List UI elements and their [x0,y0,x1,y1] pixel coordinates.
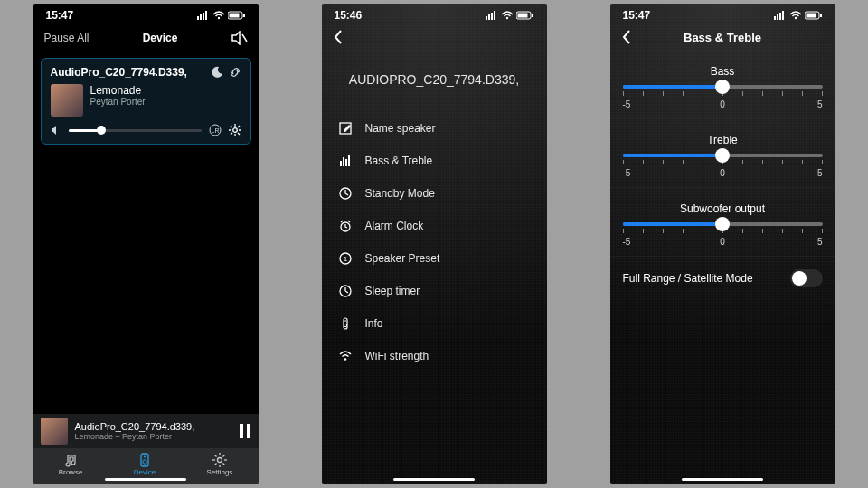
tick-max: 5 [817,168,823,178]
svg-text:1: 1 [343,255,347,263]
menu-item-label: Sleep timer [365,285,420,297]
mini-player-line2: Lemonade – Peytan Porter [75,432,231,441]
menu-item-label: Info [365,317,383,330]
svg-line-18 [238,126,240,127]
track-artist: Peytan Porter [90,97,146,107]
tick-min: -5 [623,237,631,247]
sub-label: Subwoofer output [623,202,823,215]
svg-point-11 [232,128,237,133]
gear-icon[interactable] [229,124,241,136]
pause-all-button[interactable]: Pause All [44,32,90,44]
pause-icon[interactable] [239,424,251,438]
stereo-icon[interactable]: LR [209,124,222,136]
home-indicator [682,478,763,481]
tick-max: 5 [817,99,823,109]
full-range-toggle-row: Full Range / Satellite Mode [610,257,835,300]
signal-icon [197,11,210,20]
svg-point-38 [505,17,507,19]
svg-rect-41 [532,14,533,17]
sleep-icon [338,285,353,297]
status-icons [197,11,246,20]
svg-rect-58 [774,16,776,20]
svg-line-31 [222,464,224,465]
svg-line-32 [222,455,224,457]
volume-icon [51,125,61,136]
mini-player[interactable]: AudioPro_C20_7794.d339, Lemonade – Peyta… [33,414,259,448]
svg-rect-37 [494,11,495,20]
svg-rect-45 [345,159,347,166]
svg-line-16 [231,126,232,127]
tick-mid: 0 [720,168,725,178]
tick-mid: 0 [720,237,725,247]
device-card-title: AudioPro_C20_7794.D339, [51,66,205,79]
phone-screen-device-list: 15:47 Pause All Device AudioPro_C20_7794… [33,4,259,484]
svg-rect-20 [240,424,243,438]
full-range-toggle[interactable] [790,269,823,287]
moon-icon[interactable] [211,66,223,79]
tick-mid: 0 [720,99,725,109]
menu-item-speaker-preset[interactable]: 1Speaker Preset [322,242,547,275]
status-bar: 15:47 [610,4,835,23]
menu-item-info[interactable]: Info [322,307,547,340]
signal-icon [774,11,787,20]
svg-point-24 [144,456,146,458]
svg-line-17 [238,133,240,135]
status-icons [486,11,534,20]
menu-item-label: WiFi strength [365,350,429,362]
menu-item-bass-treble[interactable]: Bass & Treble [322,145,547,177]
signal-icon [486,11,498,20]
status-time: 15:47 [46,9,74,22]
menu-item-label: Speaker Preset [365,252,440,265]
menu-item-alarm-clock[interactable]: Alarm Clock [322,210,547,242]
home-indicator [105,478,186,481]
mini-player-line1: AudioPro_C20_7794.d339, [75,421,231,432]
clock-icon [338,187,353,200]
menu-item-sleep-timer[interactable]: Sleep timer [322,275,547,307]
svg-rect-44 [343,157,344,166]
menu-item-wifi-strength[interactable]: WiFi strength [322,340,547,372]
svg-rect-0 [197,16,199,20]
wifi-status-icon [212,11,225,20]
treble-slider[interactable] [623,154,823,157]
svg-point-23 [143,460,146,464]
page-title: Device [143,32,178,44]
svg-rect-6 [229,14,239,18]
tab-browse[interactable]: Browse [59,453,83,476]
wifi-status-icon [789,11,802,20]
phone-screen-bass-treble: 15:47 Bass & Treble Bass-505Treble-505Su… [610,4,835,484]
device-card[interactable]: AudioPro_C20_7794.D339, Lemonade Peytan … [41,58,251,145]
volume-slider[interactable] [69,129,202,132]
status-time: 15:47 [623,9,651,22]
status-bar: 15:46 [322,4,547,23]
speaker-icon [137,453,152,467]
treble-slider-group: Treble-505 [610,119,835,188]
svg-rect-65 [820,14,822,17]
svg-text:LR: LR [211,127,219,134]
tick-max: 5 [817,237,823,247]
svg-line-33 [214,464,216,465]
mini-album-art [41,418,68,445]
svg-line-30 [214,455,216,457]
link-icon[interactable] [229,66,241,79]
svg-point-56 [344,324,346,326]
wifi-icon [338,350,353,362]
speaker-mute-icon[interactable] [231,31,248,45]
track-title: Lemonade [90,84,146,97]
sub-slider[interactable] [623,222,823,226]
album-art [51,84,83,117]
tab-device[interactable]: Device [134,453,156,476]
svg-point-25 [217,458,222,463]
menu-item-standby-mode[interactable]: Standby Mode [322,177,547,210]
back-button[interactable] [333,29,344,45]
edit-icon [338,122,353,135]
svg-rect-35 [488,14,490,20]
tick-min: -5 [623,168,631,178]
svg-line-8 [242,34,247,42]
svg-line-49 [341,221,343,222]
tab-settings[interactable]: Settings [206,453,232,476]
menu-item-label: Standby Mode [365,187,435,200]
menu-item-name-speaker[interactable]: Name speaker [322,112,547,145]
bass-slider[interactable] [623,85,823,89]
menu-item-label: Name speaker [365,122,436,135]
settings-menu: Name speakerBass & TrebleStandby ModeAla… [322,112,547,372]
